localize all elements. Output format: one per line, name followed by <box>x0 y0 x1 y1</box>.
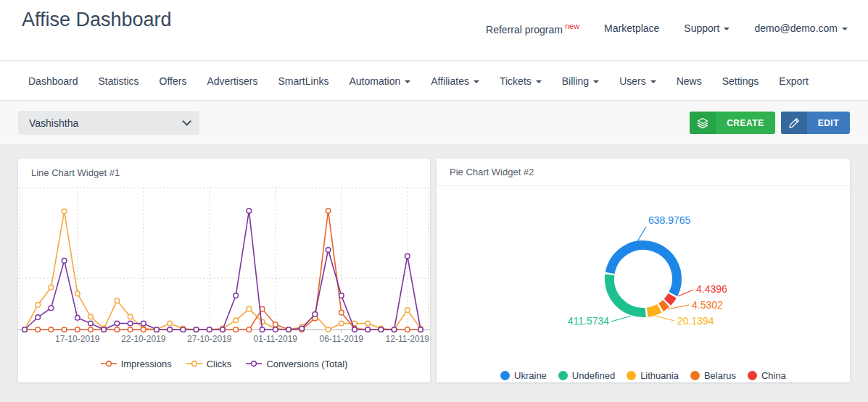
referral-program-link[interactable]: Referral programnew <box>486 22 579 35</box>
line-series-marker <box>101 361 117 367</box>
chevron-down-icon <box>182 117 191 126</box>
nav-item-billing[interactable]: Billing <box>552 75 609 87</box>
legend-item-conversions[interactable]: Conversions (Total) <box>246 359 347 369</box>
data-point <box>405 327 410 332</box>
nav-item-settings[interactable]: Settings <box>712 75 769 87</box>
series-conversions-total- <box>22 209 423 332</box>
data-point <box>405 254 410 259</box>
data-point <box>286 327 292 332</box>
data-point <box>115 298 120 303</box>
line-series-marker <box>246 361 262 367</box>
line-chart-legend: Impressions Clicks Conversions (Total) <box>18 352 430 375</box>
line-series-marker <box>186 361 202 367</box>
nav-item-news[interactable]: News <box>666 75 712 87</box>
data-point <box>194 327 199 332</box>
data-point <box>49 327 54 332</box>
data-point <box>379 327 384 332</box>
nav-item-statistics[interactable]: Statistics <box>88 75 149 87</box>
data-point <box>247 327 252 332</box>
data-point <box>207 327 212 332</box>
donut-slice-china[interactable] <box>667 296 672 302</box>
x-tick-label: 17-10-2019 <box>55 334 100 344</box>
data-point <box>88 321 94 326</box>
label-leader-line <box>656 316 674 321</box>
nav-item-export[interactable]: Export <box>769 75 818 87</box>
legend-item-belarus[interactable]: Belarus <box>690 370 736 381</box>
marketplace-link[interactable]: Marketplace <box>604 22 659 34</box>
account-menu[interactable]: demo@demo.com <box>754 22 848 34</box>
data-point <box>326 248 331 253</box>
data-point <box>102 327 107 332</box>
nav-item-tickets[interactable]: Tickets <box>489 75 552 87</box>
data-point <box>62 209 67 214</box>
main-nav: Dashboard Statistics Offers Advertisers … <box>0 62 868 101</box>
edit-button-label: EDIT <box>807 112 850 134</box>
create-button[interactable]: CREATE <box>690 112 774 134</box>
legend-item-impressions[interactable]: Impressions <box>101 359 172 369</box>
donut-slices[interactable] <box>609 245 677 312</box>
legend-item-lithuania[interactable]: Lithuania <box>627 370 679 381</box>
data-point <box>49 306 54 311</box>
slice-value-belarus: 4.5302 <box>692 299 723 311</box>
data-point <box>168 327 173 332</box>
series-clicks <box>22 209 423 332</box>
data-point <box>233 318 239 323</box>
slice-value-undefined: 411.5734 <box>568 315 610 327</box>
new-badge: new <box>565 22 579 30</box>
legend-dot <box>748 371 757 380</box>
data-point <box>220 327 226 332</box>
dashboard-toolbar: Vashishtha CREATE EDIT <box>0 101 868 144</box>
nav-item-affiliates[interactable]: Affiliates <box>421 75 489 87</box>
data-point <box>75 291 80 296</box>
series-line <box>25 211 421 330</box>
data-point <box>313 311 318 317</box>
data-point <box>62 259 67 264</box>
toolbar-buttons: CREATE EDIT <box>690 112 850 134</box>
nav-item-users[interactable]: Users <box>609 75 666 87</box>
nav-item-dashboard[interactable]: Dashboard <box>18 75 88 87</box>
data-point <box>115 321 120 326</box>
data-point <box>247 209 252 214</box>
legend-item-clicks[interactable]: Clicks <box>186 359 232 369</box>
data-point <box>326 209 331 214</box>
donut-slice-lithuania[interactable] <box>648 309 660 313</box>
data-point <box>418 327 423 332</box>
donut-slice-belarus[interactable] <box>661 303 666 307</box>
page-title: Affise Dashboard <box>22 9 172 31</box>
x-tick-label: 06-11-2019 <box>320 334 364 344</box>
legend-item-ukraine[interactable]: Ukraine <box>500 370 547 381</box>
support-menu[interactable]: Support <box>684 22 729 34</box>
data-point <box>154 327 160 332</box>
chevron-down-icon <box>724 28 729 30</box>
x-tick-label: 01-11-2019 <box>254 334 298 344</box>
legend-item-china[interactable]: China <box>748 370 786 381</box>
data-point <box>49 285 54 290</box>
legend-dot <box>690 371 700 380</box>
data-point <box>260 319 265 324</box>
donut-slice-undefined[interactable] <box>609 275 645 312</box>
dashboard-selector[interactable]: Vashishtha <box>18 111 199 135</box>
label-leader-line <box>637 227 646 243</box>
donut-slice-ukraine[interactable] <box>610 245 677 294</box>
data-point <box>273 322 278 327</box>
edit-button[interactable]: EDIT <box>781 112 850 134</box>
data-point <box>75 315 80 320</box>
data-point <box>247 306 252 311</box>
data-point <box>88 314 94 319</box>
chevron-down-icon <box>593 80 599 83</box>
nav-item-offers[interactable]: Offers <box>149 75 197 87</box>
series-line <box>25 212 421 330</box>
nav-item-advertisers[interactable]: Advertisers <box>197 75 268 87</box>
data-point <box>75 327 80 332</box>
nav-item-automation[interactable]: Automation <box>339 75 421 87</box>
data-point <box>36 315 41 320</box>
data-point <box>273 327 278 332</box>
x-tick-label: 12-11-2019 <box>386 334 430 344</box>
pie-chart-widget: Pie Chart Widget #2 638.9765 4.4396 4.53… <box>437 159 850 382</box>
data-point <box>365 321 371 326</box>
data-point <box>62 327 67 332</box>
x-tick-label: 22-10-2019 <box>121 334 166 344</box>
nav-item-smartlinks[interactable]: SmartLinks <box>268 75 339 87</box>
series-impressions <box>22 209 423 332</box>
legend-item-undefined[interactable]: Undefined <box>558 370 615 381</box>
